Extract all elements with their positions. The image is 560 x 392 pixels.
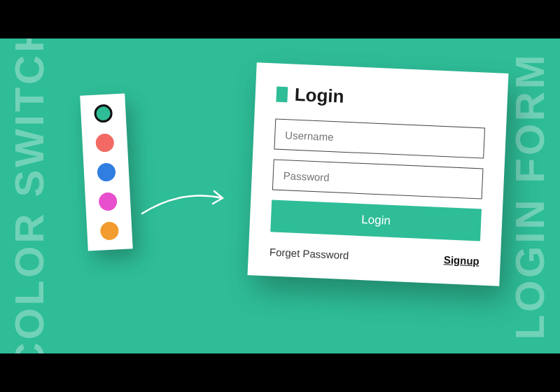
- arrow-icon: [139, 178, 237, 227]
- stage: COLOR SWITCH LOGIN FORM Login Login Forg…: [0, 38, 560, 354]
- forget-password-link[interactable]: Forget Password: [270, 246, 349, 261]
- color-palette: [80, 93, 133, 251]
- login-button[interactable]: Login: [270, 200, 482, 241]
- color-swatch-4[interactable]: [100, 221, 119, 240]
- username-input[interactable]: [274, 119, 485, 159]
- card-header: Login: [276, 83, 486, 114]
- color-swatch-2[interactable]: [97, 162, 115, 181]
- signup-link[interactable]: Signup: [444, 253, 480, 267]
- accent-square: [276, 86, 288, 102]
- color-swatch-0[interactable]: [94, 104, 113, 122]
- card-footer: Forget Password Signup: [270, 246, 479, 267]
- bg-text-left: COLOR SWITCH: [6, 38, 52, 354]
- color-swatch-1[interactable]: [95, 133, 114, 152]
- card-title: Login: [294, 84, 344, 108]
- password-input[interactable]: [272, 159, 484, 199]
- color-swatch-3[interactable]: [99, 192, 118, 211]
- bg-text-right: LOGIN FORM: [506, 52, 553, 340]
- login-card: Login Login Forget Password Signup: [248, 62, 509, 286]
